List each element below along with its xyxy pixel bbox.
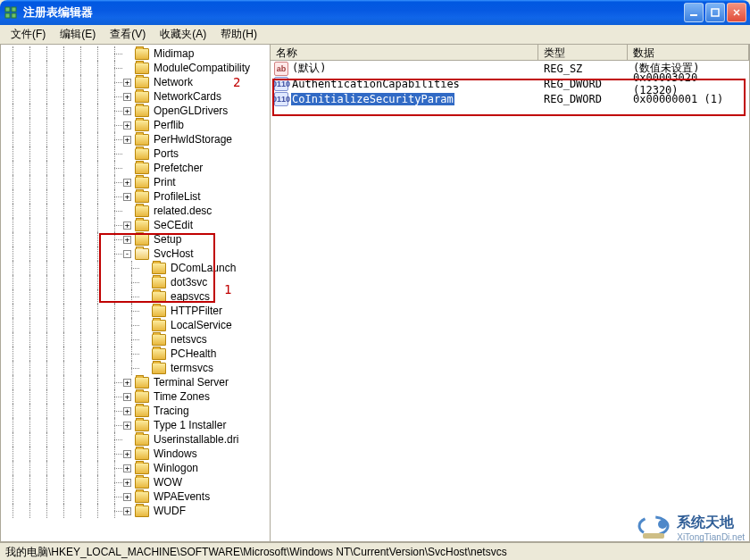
window-title: 注册表编辑器	[23, 4, 684, 21]
tree-panel[interactable]: MidimapModuleCompatibility+Network+Netwo…	[1, 45, 271, 541]
minimize-button[interactable]	[684, 3, 704, 22]
column-type[interactable]: 类型	[538, 45, 628, 60]
tree-node[interactable]: +Winlogon	[4, 461, 270, 475]
tree-node[interactable]: LocalService	[4, 318, 270, 332]
folder-icon	[152, 348, 166, 360]
tree-node[interactable]: +PerHwIdStorage	[4, 132, 270, 146]
tree-label: WPAEvents	[152, 489, 212, 504]
tree-node[interactable]: +SeCEdit	[4, 218, 270, 232]
folder-icon	[135, 63, 149, 74]
tree-node[interactable]: +WPAEvents	[4, 489, 270, 504]
menu-file[interactable]: 文件(F)	[4, 25, 53, 44]
expand-toggle[interactable]: +	[123, 393, 131, 401]
tree-node[interactable]: +OpenGLDrivers	[4, 104, 270, 118]
list-row[interactable]: 0110AuthenticationCapabilitiesREG_DWORD0…	[271, 76, 749, 91]
list-panel[interactable]: 名称 类型 数据 ab(默认)REG_SZ(数值未设置)0110Authenti…	[271, 45, 749, 541]
tree-node[interactable]: +Network	[4, 75, 270, 89]
tree-node[interactable]: +WOW	[4, 475, 270, 489]
svg-rect-1	[12, 7, 16, 12]
menu-view[interactable]: 查看(V)	[103, 25, 153, 44]
expand-toggle[interactable]: +	[123, 136, 131, 144]
tree-label: DComLaunch	[169, 261, 238, 275]
folder-icon	[135, 448, 149, 460]
expand-toggle[interactable]: +	[123, 464, 131, 472]
tree-node[interactable]: related.desc	[4, 204, 270, 218]
expand-toggle[interactable]: +	[123, 379, 131, 387]
tree-label: NetworkCards	[152, 89, 223, 104]
tree-node[interactable]: Midimap	[4, 46, 270, 61]
tree-label: Type 1 Installer	[152, 418, 228, 432]
folder-icon	[135, 491, 149, 503]
folder-icon	[135, 205, 149, 217]
tree-node[interactable]: DComLaunch	[4, 261, 270, 275]
tree-node[interactable]: +Perflib	[4, 118, 270, 132]
folder-icon	[135, 434, 149, 446]
expand-toggle[interactable]: +	[123, 179, 131, 187]
expand-toggle[interactable]: +	[123, 193, 131, 201]
window-controls	[684, 3, 746, 22]
folder-icon	[152, 277, 166, 288]
menu-edit[interactable]: 编辑(E)	[53, 25, 103, 44]
expand-toggle[interactable]: -	[123, 250, 131, 258]
expand-toggle[interactable]: +	[123, 493, 131, 501]
close-button[interactable]	[727, 3, 746, 22]
expand-toggle[interactable]: +	[123, 79, 131, 87]
expand-toggle[interactable]: +	[123, 422, 131, 430]
svg-point-7	[658, 520, 667, 529]
expand-toggle[interactable]: +	[123, 236, 131, 244]
expand-toggle[interactable]: +	[123, 507, 131, 515]
annotation-2: 2	[233, 75, 240, 89]
tree-node[interactable]: +ProfileList	[4, 189, 270, 204]
expand-toggle[interactable]: +	[123, 107, 131, 115]
tree-label: LocalService	[169, 318, 234, 332]
tree-label: Time Zones	[152, 389, 212, 404]
tree-node[interactable]: +Time Zones	[4, 389, 270, 404]
tree-node[interactable]: +Print	[4, 175, 270, 189]
tree-node[interactable]: PCHealth	[4, 347, 270, 361]
expand-toggle[interactable]: +	[123, 93, 131, 101]
tree-node[interactable]: ModuleCompatibility	[4, 61, 270, 75]
folder-icon	[135, 220, 149, 231]
tree-node[interactable]: Userinstallable.dri	[4, 432, 270, 447]
folder-icon	[135, 234, 149, 246]
tree-node[interactable]: +WUDF	[4, 504, 270, 518]
folder-icon	[135, 420, 149, 431]
tree-label: Setup	[152, 232, 183, 247]
expand-toggle[interactable]: +	[123, 121, 131, 130]
tree-node[interactable]: +Tracing	[4, 404, 270, 418]
folder-icon	[135, 405, 149, 417]
tree-label: netsvcs	[169, 332, 209, 347]
expand-toggle[interactable]: +	[123, 407, 131, 415]
column-data[interactable]: 数据	[628, 45, 749, 60]
value-type: REG_DWORD	[538, 78, 628, 90]
folder-icon	[135, 477, 149, 489]
folder-icon	[135, 248, 149, 260]
svg-rect-8	[643, 533, 664, 539]
tree-node[interactable]: Ports	[4, 146, 270, 161]
expand-toggle[interactable]: +	[123, 221, 131, 230]
value-type: REG_SZ	[538, 63, 628, 75]
tree-node[interactable]: netsvcs	[4, 332, 270, 347]
tree-node[interactable]: +Setup	[4, 232, 270, 247]
tree-node[interactable]: HTTPFilter	[4, 304, 270, 318]
menu-help[interactable]: 帮助(H)	[213, 25, 264, 44]
expand-toggle[interactable]: +	[123, 479, 131, 487]
expand-toggle[interactable]: +	[123, 450, 131, 458]
value-name: (默认)	[291, 61, 327, 76]
column-name[interactable]: 名称	[271, 45, 538, 60]
tree-label: SvcHost	[152, 247, 196, 261]
tree-node[interactable]: +Terminal Server	[4, 375, 270, 389]
tree-node[interactable]: -SvcHost	[4, 247, 270, 261]
tree-node[interactable]: +Windows	[4, 447, 270, 461]
menu-favorites[interactable]: 收藏夹(A)	[153, 25, 213, 44]
tree-node[interactable]: Prefetcher	[4, 161, 270, 175]
list-row[interactable]: 0110CoInitializeSecurityParamREG_DWORD0x…	[271, 91, 749, 106]
tree-node[interactable]: +NetworkCards	[4, 89, 270, 104]
tree-node[interactable]: termsvcs	[4, 361, 270, 375]
tree-node[interactable]: +Type 1 Installer	[4, 418, 270, 432]
reg-value-icon: 0110	[274, 92, 288, 106]
folder-icon	[152, 305, 166, 317]
tree-label: Prefetcher	[152, 161, 204, 175]
titlebar: 注册表编辑器	[0, 0, 750, 25]
maximize-button[interactable]	[705, 3, 725, 22]
